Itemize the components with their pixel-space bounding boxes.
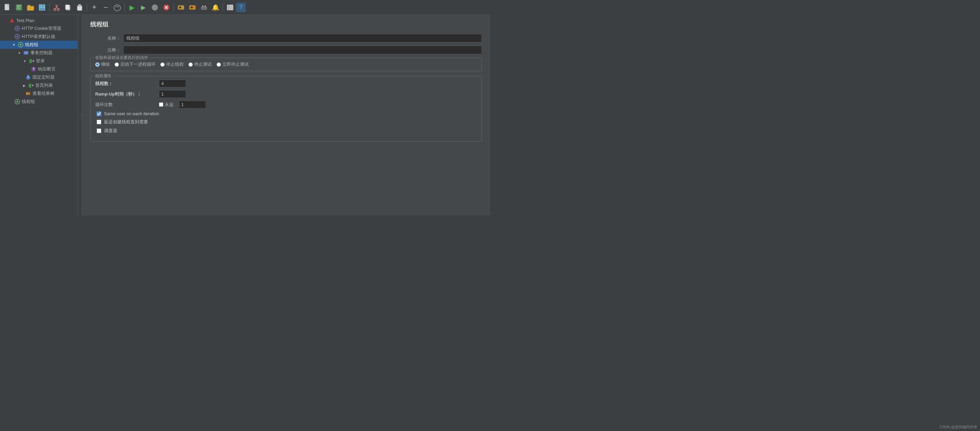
new-file-icon[interactable] <box>2 2 13 13</box>
radio-stop-now[interactable]: 立即停止测试 <box>216 61 249 67</box>
sidebar-item-login[interactable]: ▼ 登录 <box>0 57 78 65</box>
sidebar-item-timer[interactable]: 固定定时器 <box>0 73 78 81</box>
test-plan-icon <box>9 17 15 23</box>
sidebar-item-label: 首页列表 <box>35 82 53 88</box>
loop-count-input[interactable] <box>179 101 206 108</box>
stop-icon[interactable] <box>150 2 160 13</box>
add-element-icon[interactable]: + <box>89 2 100 13</box>
ramp-up-input[interactable] <box>159 90 186 98</box>
panel-title: 线程组 <box>90 20 482 29</box>
comment-label: 注释： <box>90 47 121 53</box>
sidebar-item-label: 响应断言 <box>38 66 56 72</box>
arrow-icon: ▼ <box>12 43 16 47</box>
thread-count-label: 线程数： <box>95 81 156 87</box>
svg-rect-26 <box>182 6 183 7</box>
remove-element-icon[interactable]: − <box>100 2 111 13</box>
bell-icon[interactable]: 🔔 <box>210 2 221 13</box>
sidebar-item-label: 固定定时器 <box>33 74 54 80</box>
sep-3 <box>124 3 125 11</box>
result-tree-icon <box>25 91 31 97</box>
run-check-icon[interactable]: ▶ <box>138 2 149 13</box>
loop-forever-label-wrap[interactable]: 永远 <box>159 102 173 108</box>
sidebar-item-label: 事务控制器 <box>30 50 52 56</box>
http-default-icon <box>14 33 20 40</box>
comment-row: 注释： <box>90 46 482 54</box>
sidebar-item-transaction-ctrl[interactable]: ▼ 事务控制器 <box>0 49 78 57</box>
sidebar-item-result-tree[interactable]: 查看结果树 <box>0 89 78 98</box>
sep-5 <box>223 3 223 11</box>
radio-stop-now-label: 立即停止测试 <box>222 61 249 67</box>
paste-icon[interactable] <box>74 2 85 13</box>
save-icon[interactable] <box>37 2 48 13</box>
loop-forever-checkbox[interactable] <box>159 102 163 107</box>
remote-stop-icon[interactable] <box>187 2 198 13</box>
radio-continue[interactable]: 继续 <box>95 61 110 67</box>
svg-marker-66 <box>33 84 33 86</box>
radio-stop-thread-label: 停止线程 <box>166 61 184 67</box>
sidebar-item-label: HTTP Cookie管理器 <box>22 25 61 32</box>
cut-icon[interactable] <box>51 2 62 13</box>
radio-stop-thread[interactable]: 停止线程 <box>160 61 184 67</box>
sidebar-item-http-cookie[interactable]: HTTP Cookie管理器 <box>0 24 78 33</box>
delay-thread-checkbox[interactable] <box>97 119 101 124</box>
stop-x-icon[interactable] <box>161 2 172 13</box>
clear-icon[interactable] <box>112 2 123 13</box>
sidebar-item-home-list[interactable]: ▶ 首页列表 <box>0 81 78 89</box>
sep-1 <box>49 3 49 11</box>
template-icon[interactable] <box>14 2 24 13</box>
comment-input[interactable] <box>123 46 482 54</box>
sidebar-item-response-assert[interactable]: ? 响应断言 <box>0 65 78 73</box>
sidebar-item-thread-group[interactable]: ▼ 线程组 <box>0 41 78 49</box>
sidebar-item-thread-group-2[interactable]: 线程组 <box>0 98 78 106</box>
name-label: 名称： <box>90 35 121 41</box>
toolbar: + − ▶ ▶ 🔔 ? <box>0 0 490 15</box>
sidebar-collapse-handle[interactable]: ⋮ <box>78 15 82 215</box>
radio-continue-input[interactable] <box>95 62 100 67</box>
copy-icon[interactable] <box>63 2 73 13</box>
content-panel: 线程组 名称： 注释： 在取样器错误后要执行的动作 继续 启动下一进程循环 <box>82 15 490 215</box>
sidebar-item-label: 线程组 <box>25 42 38 48</box>
svg-rect-54 <box>24 51 29 54</box>
radio-stop-test-input[interactable] <box>188 62 193 67</box>
arrow-icon: ▼ <box>18 51 21 55</box>
radio-stop-test-label: 停止测试 <box>194 61 212 67</box>
same-user-label: Same user on each iteration <box>104 111 159 116</box>
thread-group-icon <box>18 42 24 48</box>
sidebar-item-http-default[interactable]: HTTP请求默认值 <box>0 33 78 41</box>
http-cookie-icon <box>14 25 20 32</box>
sidebar-item-label: 线程组 <box>22 99 35 105</box>
svg-rect-6 <box>17 7 20 8</box>
sidebar-item-test-plan[interactable]: Test Plan <box>0 16 78 24</box>
open-folder-icon[interactable] <box>25 2 36 13</box>
radio-stop-now-input[interactable] <box>216 62 221 67</box>
radio-stop-test[interactable]: 停止测试 <box>188 61 212 67</box>
list-icon[interactable] <box>225 2 235 13</box>
sidebar-item-label: Test Plan <box>16 18 34 23</box>
radio-start-next-input[interactable] <box>115 62 119 67</box>
sidebar: Test Plan HTTP Cookie管理器 HTTP请求默认值 ▼ 线程组 <box>0 15 78 215</box>
binoculars-icon[interactable] <box>199 2 209 13</box>
svg-rect-7 <box>17 8 20 9</box>
radio-stop-thread-input[interactable] <box>160 62 165 67</box>
svg-marker-58 <box>33 60 34 62</box>
delay-thread-label: 延迟创建线程直到需要 <box>104 119 148 125</box>
help-icon[interactable]: ? <box>236 3 246 12</box>
sidebar-item-label: 登录 <box>36 58 45 64</box>
remote-start-icon[interactable] <box>175 2 186 13</box>
name-input[interactable] <box>123 34 482 42</box>
loop-forever-text: 永远 <box>165 102 173 108</box>
scheduler-label: 调度器 <box>104 128 117 134</box>
same-user-checkbox[interactable] <box>97 111 101 116</box>
scheduler-checkbox[interactable] <box>97 129 101 133</box>
assert-icon: ? <box>30 66 37 72</box>
svg-rect-11 <box>41 5 42 6</box>
sidebar-item-label: HTTP请求默认值 <box>22 33 55 40</box>
radio-start-next-label: 启动下一进程循环 <box>120 61 156 67</box>
svg-rect-10 <box>40 8 45 10</box>
run-icon[interactable]: ▶ <box>126 2 137 13</box>
ramp-up-row: Ramp-Up时间（秒）： <box>95 90 477 98</box>
radio-start-next[interactable]: 启动下一进程循环 <box>115 61 156 67</box>
sidebar-item-label: 查看结果树 <box>33 91 54 97</box>
thread-count-input[interactable] <box>159 80 186 87</box>
radio-continue-label: 继续 <box>101 61 110 67</box>
